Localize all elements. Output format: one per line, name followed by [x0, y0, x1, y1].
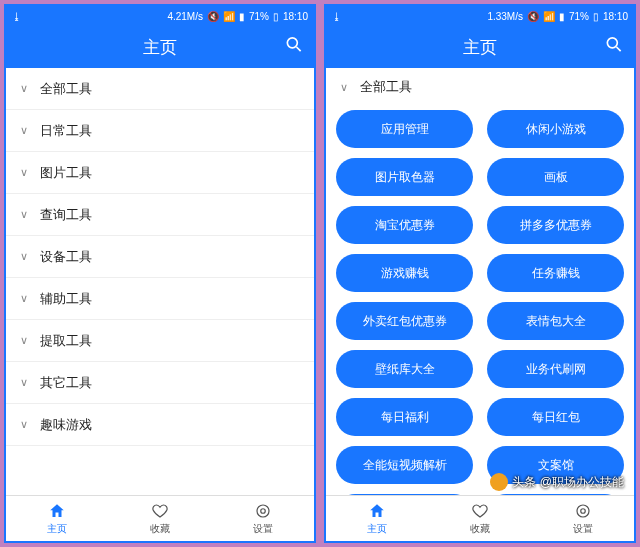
bottom-nav: 主页 收藏 设置: [326, 495, 634, 541]
net-speed: 1.33M/s: [487, 11, 523, 22]
tool-label: 全能短视频解析: [363, 457, 447, 474]
svg-point-2: [260, 508, 265, 513]
category-label: 其它工具: [40, 374, 92, 392]
tool-label: 外卖红包优惠券: [363, 313, 447, 330]
category-item[interactable]: ∨其它工具: [6, 362, 314, 404]
svg-line-1: [297, 47, 301, 51]
download-icon: ⭳: [332, 11, 342, 22]
tool-label: 每日福利: [381, 409, 429, 426]
tool-button[interactable]: 全能短视频解析: [336, 446, 473, 484]
tool-button[interactable]: 游戏赚钱: [336, 254, 473, 292]
tool-button[interactable]: 拼多多优惠券: [487, 206, 624, 244]
nav-favorites[interactable]: 收藏: [109, 496, 212, 541]
tool-label: 游戏赚钱: [381, 265, 429, 282]
tool-label: 表情包大全: [526, 313, 586, 330]
tool-button[interactable]: 表情包大全: [487, 302, 624, 340]
category-item[interactable]: ∨辅助工具: [6, 278, 314, 320]
category-label: 趣味游戏: [40, 416, 92, 434]
nav-home[interactable]: 主页: [326, 496, 429, 541]
chevron-down-icon: ∨: [20, 250, 28, 263]
chevron-down-icon: ∨: [20, 418, 28, 431]
signal-icon: ▮: [559, 11, 565, 22]
phone-right: ⭳ 1.33M/s 🔇 📶 ▮ 71% ▯ 18:10 主页 ∨ 全部工具 应用…: [324, 4, 636, 543]
tool-button[interactable]: 壁纸库大全: [336, 350, 473, 388]
wifi-icon: 📶: [223, 11, 235, 22]
chevron-down-icon: ∨: [20, 166, 28, 179]
phone-left: ⭳ 4.21M/s 🔇 📶 ▮ 71% ▯ 18:10 主页 ∨全部工具 ∨日常…: [4, 4, 316, 543]
tool-button[interactable]: 图片取色器: [336, 158, 473, 196]
battery-text: 71%: [249, 11, 269, 22]
search-icon[interactable]: [284, 35, 304, 60]
wifi-icon: 📶: [543, 11, 555, 22]
nav-settings[interactable]: 设置: [531, 496, 634, 541]
category-label: 设备工具: [40, 248, 92, 266]
svg-point-4: [607, 38, 617, 48]
nav-label: 主页: [367, 522, 387, 536]
section-header[interactable]: ∨ 全部工具: [326, 68, 634, 106]
net-speed: 4.21M/s: [167, 11, 203, 22]
nav-label: 主页: [47, 522, 67, 536]
tool-label: 文案馆: [538, 457, 574, 474]
nav-settings[interactable]: 设置: [211, 496, 314, 541]
chevron-down-icon: ∨: [20, 208, 28, 221]
tool-label: 休闲小游戏: [526, 121, 586, 138]
chevron-down-icon: ∨: [20, 124, 28, 137]
nav-favorites[interactable]: 收藏: [429, 496, 532, 541]
battery-text: 71%: [569, 11, 589, 22]
svg-point-3: [257, 505, 269, 517]
category-label: 查询工具: [40, 206, 92, 224]
tool-label: 画板: [544, 169, 568, 186]
tool-scroll[interactable]: ∨ 全部工具 应用管理 休闲小游戏 图片取色器 画板 淘宝优惠券 拼多多优惠券 …: [326, 68, 634, 495]
search-icon[interactable]: [604, 35, 624, 60]
tool-button[interactable]: 画板: [487, 158, 624, 196]
nav-label: 设置: [573, 522, 593, 536]
tool-label: 拼多多优惠券: [520, 217, 592, 234]
page-title: 主页: [463, 36, 497, 59]
section-label: 全部工具: [360, 78, 412, 96]
tool-button[interactable]: 任务赚钱: [487, 254, 624, 292]
battery-icon: ▯: [273, 11, 279, 22]
tool-button[interactable]: 淘宝优惠券: [336, 206, 473, 244]
tool-button[interactable]: 应用管理: [336, 110, 473, 148]
svg-point-0: [287, 38, 297, 48]
tool-button[interactable]: 休闲小游戏: [487, 110, 624, 148]
category-label: 全部工具: [40, 80, 92, 98]
tool-label: 每日红包: [532, 409, 580, 426]
clock: 18:10: [603, 11, 628, 22]
app-bar: 主页: [326, 26, 634, 68]
status-bar: ⭳ 4.21M/s 🔇 📶 ▮ 71% ▯ 18:10: [6, 6, 314, 26]
category-item[interactable]: ∨日常工具: [6, 110, 314, 152]
svg-line-5: [617, 47, 621, 51]
tool-button[interactable]: 文案馆: [487, 446, 624, 484]
battery-icon: ▯: [593, 11, 599, 22]
tool-button[interactable]: 外卖红包优惠券: [336, 302, 473, 340]
tool-label: 淘宝优惠券: [375, 217, 435, 234]
tool-button[interactable]: 业务代刷网: [487, 350, 624, 388]
mute-icon: 🔇: [207, 11, 219, 22]
category-label: 提取工具: [40, 332, 92, 350]
chevron-down-icon: ∨: [20, 334, 28, 347]
clock: 18:10: [283, 11, 308, 22]
page-title: 主页: [143, 36, 177, 59]
category-item[interactable]: ∨提取工具: [6, 320, 314, 362]
tool-label: 业务代刷网: [526, 361, 586, 378]
tool-grid: 应用管理 休闲小游戏 图片取色器 画板 淘宝优惠券 拼多多优惠券 游戏赚钱 任务…: [326, 106, 634, 495]
tool-button[interactable]: 每日福利: [336, 398, 473, 436]
nav-home[interactable]: 主页: [6, 496, 109, 541]
mute-icon: 🔇: [527, 11, 539, 22]
category-label: 辅助工具: [40, 290, 92, 308]
tool-button[interactable]: 每日红包: [487, 398, 624, 436]
chevron-down-icon: ∨: [340, 81, 348, 94]
category-item[interactable]: ∨设备工具: [6, 236, 314, 278]
category-item[interactable]: ∨趣味游戏: [6, 404, 314, 446]
bottom-nav: 主页 收藏 设置: [6, 495, 314, 541]
tool-label: 应用管理: [381, 121, 429, 138]
category-label: 日常工具: [40, 122, 92, 140]
nav-label: 收藏: [150, 522, 170, 536]
category-item[interactable]: ∨查询工具: [6, 194, 314, 236]
nav-label: 设置: [253, 522, 273, 536]
category-list: ∨全部工具 ∨日常工具 ∨图片工具 ∨查询工具 ∨设备工具 ∨辅助工具 ∨提取工…: [6, 68, 314, 495]
chevron-down-icon: ∨: [20, 376, 28, 389]
category-item[interactable]: ∨图片工具: [6, 152, 314, 194]
category-item[interactable]: ∨全部工具: [6, 68, 314, 110]
